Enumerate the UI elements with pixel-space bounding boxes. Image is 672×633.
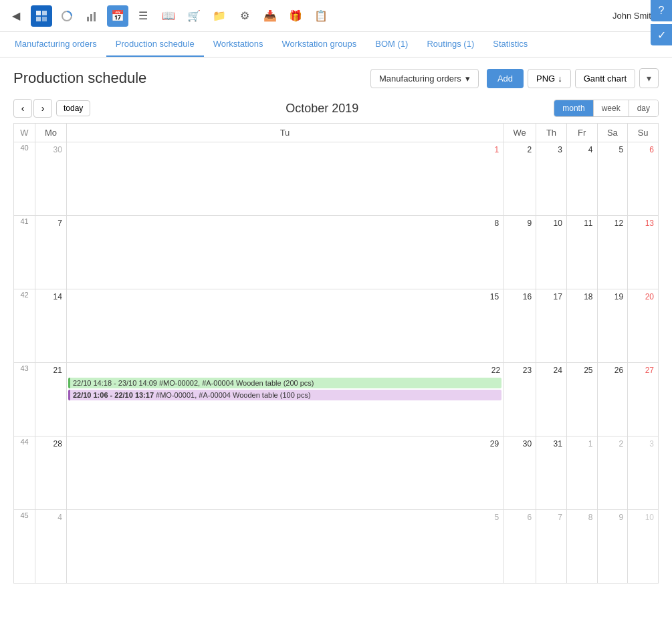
- day-cell[interactable]: 6: [503, 510, 536, 584]
- day-cell[interactable]: 14: [35, 289, 67, 363]
- tab-routings[interactable]: Routings (1): [417, 32, 483, 57]
- month-view-button[interactable]: month: [554, 100, 592, 116]
- calendar-icon[interactable]: 📅: [107, 5, 128, 27]
- png-button[interactable]: PNG ↓: [528, 69, 571, 88]
- day-cell[interactable]: 6: [628, 142, 659, 216]
- day-cell[interactable]: 2: [597, 436, 628, 510]
- folder-icon[interactable]: 📁: [209, 5, 230, 27]
- day-cell[interactable]: 18: [566, 289, 597, 363]
- day-cell-22[interactable]: 22 22/10 14:18 - 23/10 14:09 #MO-00002, …: [66, 363, 503, 436]
- day-view-button[interactable]: day: [629, 100, 658, 116]
- cart-icon[interactable]: 🛒: [183, 5, 205, 27]
- day-cell[interactable]: 5: [66, 510, 503, 584]
- day-cell[interactable]: 21: [35, 363, 67, 436]
- day-cell[interactable]: 28: [35, 436, 67, 510]
- day-cell[interactable]: 20: [628, 289, 659, 363]
- event-green[interactable]: 22/10 14:18 - 23/10 14:09 #MO-00002, #A-…: [68, 378, 501, 388]
- day-cell[interactable]: 7: [35, 216, 67, 289]
- expand-button[interactable]: ▾: [639, 68, 659, 88]
- day-cell[interactable]: 15: [66, 289, 503, 363]
- day-cell[interactable]: 26: [597, 363, 628, 436]
- day-number: 19: [600, 291, 625, 304]
- event-purple[interactable]: 22/10 1:06 - 22/10 13:17 #MO-00001, #A-0…: [68, 390, 501, 400]
- day-cell[interactable]: 13: [628, 216, 659, 289]
- day-number: 25: [570, 364, 594, 378]
- help-button[interactable]: ?: [651, 0, 672, 21]
- day-number: 21: [38, 364, 64, 378]
- download-arrow-icon: ↓: [558, 74, 562, 84]
- tab-workstation-groups[interactable]: Workstation groups: [273, 32, 366, 57]
- day-number: 20: [631, 291, 655, 304]
- day-number: 9: [600, 511, 625, 525]
- day-cell[interactable]: 23: [503, 363, 536, 436]
- day-cell[interactable]: 10: [536, 216, 567, 289]
- day-cell[interactable]: 4: [35, 510, 67, 584]
- back-icon[interactable]: ◀: [5, 5, 27, 27]
- checklist-button[interactable]: ✓: [651, 24, 672, 45]
- week-number-41: 41: [14, 216, 35, 289]
- tab-production-schedule[interactable]: Production schedule: [106, 32, 204, 57]
- tab-manufacturing-orders[interactable]: Manufacturing orders: [5, 32, 106, 57]
- add-button[interactable]: Add: [487, 69, 524, 88]
- day-number: 4: [38, 511, 64, 525]
- day-cell[interactable]: 9: [503, 216, 536, 289]
- day-cell[interactable]: 7: [536, 510, 567, 584]
- day-number: 3: [631, 438, 655, 451]
- day-cell[interactable]: 3: [628, 436, 659, 510]
- next-month-button[interactable]: ›: [33, 99, 52, 118]
- gift-icon[interactable]: 🎁: [285, 5, 306, 27]
- download-icon[interactable]: 📥: [259, 5, 281, 27]
- view-toggle: month week day: [554, 100, 659, 117]
- day-cell[interactable]: 11: [566, 216, 597, 289]
- app-logo[interactable]: [31, 5, 52, 27]
- table-row: 41 7 8 9 10 11 12 13: [14, 216, 659, 289]
- day-cell[interactable]: 27: [628, 363, 659, 436]
- chart-icon[interactable]: [82, 5, 103, 27]
- tab-workstations[interactable]: Workstations: [204, 32, 273, 57]
- day-cell[interactable]: 9: [597, 510, 628, 584]
- sa-header: Sa: [597, 124, 628, 142]
- fr-header: Fr: [566, 124, 597, 142]
- clipboard-icon[interactable]: 📋: [310, 5, 332, 27]
- day-cell[interactable]: 30: [503, 436, 536, 510]
- day-number: 31: [539, 438, 564, 451]
- day-cell[interactable]: 12: [597, 216, 628, 289]
- day-cell[interactable]: 1: [566, 436, 597, 510]
- filter-dropdown[interactable]: Manufacturing orders ▾: [370, 69, 479, 88]
- day-cell[interactable]: 2: [503, 142, 536, 216]
- tab-statistics[interactable]: Statistics: [483, 32, 537, 57]
- day-cell[interactable]: 16: [503, 289, 536, 363]
- day-number: 7: [539, 511, 564, 525]
- day-cell[interactable]: 5: [597, 142, 628, 216]
- tu-header: Tu: [66, 124, 503, 142]
- svg-rect-7: [94, 12, 96, 21]
- day-cell[interactable]: 24: [536, 363, 567, 436]
- today-button[interactable]: today: [56, 100, 90, 116]
- day-cell[interactable]: 31: [536, 436, 567, 510]
- book-icon[interactable]: 📖: [158, 5, 179, 27]
- day-cell[interactable]: 29: [66, 436, 503, 510]
- day-number: 30: [506, 438, 533, 451]
- day-cell[interactable]: 4: [566, 142, 597, 216]
- list-icon[interactable]: ☰: [132, 5, 154, 27]
- day-cell[interactable]: 30: [35, 142, 67, 216]
- tab-bom[interactable]: BOM (1): [366, 32, 417, 57]
- page-content: Production schedule Manufacturing orders…: [0, 57, 672, 594]
- day-cell[interactable]: 10: [628, 510, 659, 584]
- spinner-icon[interactable]: [56, 5, 78, 27]
- day-number: 8: [570, 511, 594, 525]
- day-number: 29: [70, 438, 500, 451]
- gantt-chart-button[interactable]: Gantt chart: [575, 69, 635, 88]
- day-cell[interactable]: 17: [536, 289, 567, 363]
- settings-icon[interactable]: ⚙: [234, 5, 255, 27]
- svg-rect-0: [36, 11, 41, 15]
- day-cell[interactable]: 1: [66, 142, 503, 216]
- day-cell[interactable]: 8: [566, 510, 597, 584]
- day-cell[interactable]: 3: [536, 142, 567, 216]
- day-cell[interactable]: 8: [66, 216, 503, 289]
- day-cell[interactable]: 25: [566, 363, 597, 436]
- prev-month-button[interactable]: ‹: [13, 99, 32, 118]
- week-view-button[interactable]: week: [593, 100, 629, 116]
- day-cell[interactable]: 19: [597, 289, 628, 363]
- week-number-40: 40: [14, 142, 35, 216]
